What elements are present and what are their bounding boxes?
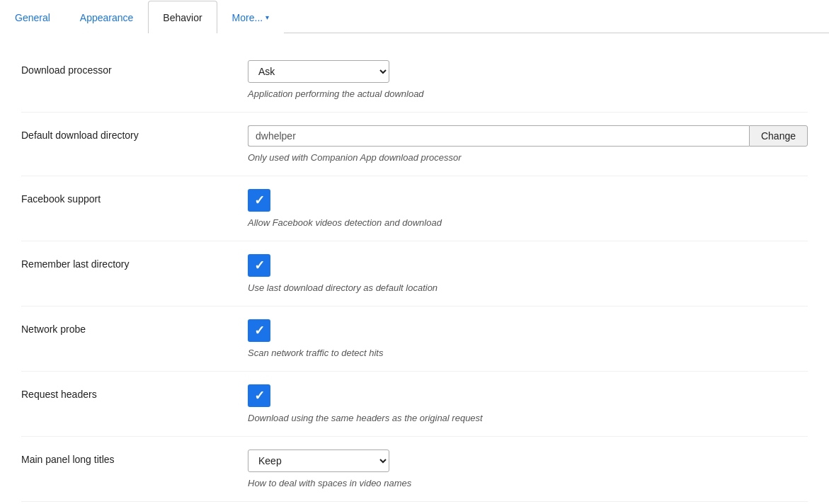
setting-row-remember-directory: Remember last directory ✓ Use last downl… bbox=[21, 241, 808, 307]
setting-label-remember-directory: Remember last directory bbox=[21, 254, 248, 270]
facebook-support-checkmark-icon: ✓ bbox=[254, 194, 265, 207]
tab-behavior[interactable]: Behavior bbox=[148, 1, 217, 33]
main-panel-titles-select[interactable]: Keep Truncate Wrap bbox=[248, 449, 389, 472]
tab-general[interactable]: General bbox=[0, 1, 65, 33]
setting-row-network-probe: Network probe ✓ Scan network traffic to … bbox=[21, 307, 808, 372]
main-panel-titles-hint: How to deal with spaces in video names bbox=[248, 478, 808, 488]
setting-label-main-panel-titles: Main panel long titles bbox=[21, 449, 248, 465]
setting-row-request-headers: Request headers ✓ Download using the sam… bbox=[21, 372, 808, 437]
remember-directory-checkmark-icon: ✓ bbox=[254, 259, 265, 272]
setting-label-download-processor: Download processor bbox=[21, 60, 248, 76]
setting-control-request-headers: ✓ Download using the same headers as the… bbox=[248, 384, 808, 423]
facebook-support-hint: Allow Facebook videos detection and down… bbox=[248, 217, 808, 228]
network-probe-checkbox[interactable]: ✓ bbox=[248, 319, 270, 342]
setting-row-download-processor: Download processor Ask Companion App Bro… bbox=[21, 47, 808, 113]
setting-control-remember-directory: ✓ Use last download directory as default… bbox=[248, 254, 808, 293]
settings-content: Download processor Ask Companion App Bro… bbox=[0, 33, 829, 504]
tab-more[interactable]: More... ▾ bbox=[217, 1, 285, 33]
download-directory-hint: Only used with Companion App download pr… bbox=[248, 152, 808, 163]
setting-label-download-directory: Default download directory bbox=[21, 125, 248, 141]
network-probe-hint: Scan network traffic to detect hits bbox=[248, 348, 808, 358]
tab-general-label: General bbox=[15, 12, 50, 23]
setting-label-facebook-support: Facebook support bbox=[21, 189, 248, 205]
download-directory-input-row: Change bbox=[248, 125, 808, 147]
tab-appearance[interactable]: Appearance bbox=[65, 1, 149, 33]
tab-appearance-label: Appearance bbox=[80, 12, 134, 23]
setting-control-facebook-support: ✓ Allow Facebook videos detection and do… bbox=[248, 189, 808, 228]
facebook-support-checkbox[interactable]: ✓ bbox=[248, 189, 270, 212]
setting-row-main-panel-titles: Main panel long titles Keep Truncate Wra… bbox=[21, 437, 808, 502]
tab-bar: General Appearance Behavior More... ▾ bbox=[0, 0, 829, 33]
remember-directory-checkbox[interactable]: ✓ bbox=[248, 254, 270, 277]
request-headers-hint: Download using the same headers as the o… bbox=[248, 413, 808, 423]
setting-control-main-panel-titles: Keep Truncate Wrap How to deal with spac… bbox=[248, 449, 808, 488]
remember-directory-hint: Use last download directory as default l… bbox=[248, 282, 808, 293]
tab-behavior-label: Behavior bbox=[163, 12, 202, 23]
download-processor-hint: Application performing the actual downlo… bbox=[248, 88, 808, 99]
setting-label-request-headers: Request headers bbox=[21, 384, 248, 400]
setting-control-network-probe: ✓ Scan network traffic to detect hits bbox=[248, 319, 808, 358]
download-directory-input[interactable] bbox=[248, 125, 749, 147]
change-directory-button[interactable]: Change bbox=[749, 125, 808, 147]
setting-row-download-directory: Default download directory Change Only u… bbox=[21, 113, 808, 176]
setting-row-facebook-support: Facebook support ✓ Allow Facebook videos… bbox=[21, 176, 808, 241]
request-headers-checkmark-icon: ✓ bbox=[254, 389, 265, 402]
tab-more-label: More... bbox=[232, 12, 263, 23]
network-probe-checkmark-icon: ✓ bbox=[254, 324, 265, 337]
download-processor-select[interactable]: Ask Companion App Browser bbox=[248, 60, 389, 83]
setting-control-download-directory: Change Only used with Companion App down… bbox=[248, 125, 808, 163]
setting-control-download-processor: Ask Companion App Browser Application pe… bbox=[248, 60, 808, 99]
setting-label-network-probe: Network probe bbox=[21, 319, 248, 335]
request-headers-checkbox[interactable]: ✓ bbox=[248, 384, 270, 407]
tab-more-arrow-icon: ▾ bbox=[265, 13, 269, 21]
